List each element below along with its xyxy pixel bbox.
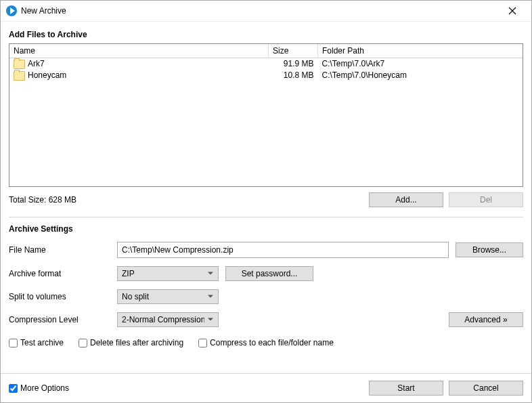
- file-name: Honeycam: [28, 70, 66, 80]
- compress-each-checkbox[interactable]: Compress to each file/folder name: [198, 338, 334, 347]
- file-size: 91.9 MB: [269, 58, 318, 70]
- test-archive-checkbox[interactable]: Test archive: [9, 338, 64, 347]
- compression-select[interactable]: 2-Normal Compression: [117, 312, 219, 327]
- delete-after-label: Delete files after archiving: [90, 338, 183, 347]
- compress-each-label: Compress to each file/folder name: [210, 338, 334, 347]
- advanced-button[interactable]: Advanced »: [449, 312, 523, 327]
- compression-label: Compression Level: [9, 315, 117, 324]
- format-select[interactable]: ZIP: [117, 266, 219, 281]
- col-name[interactable]: Name: [9, 44, 269, 58]
- add-files-heading: Add Files to Archive: [9, 30, 523, 39]
- format-label: Archive format: [9, 269, 117, 278]
- del-button[interactable]: Del: [449, 192, 523, 207]
- total-size-label: Total Size: 628 MB: [9, 195, 363, 205]
- start-button[interactable]: Start: [369, 381, 443, 396]
- file-size: 10.8 MB: [269, 70, 318, 81]
- titlebar: New Archive: [1, 1, 531, 22]
- file-name: Ark7: [28, 59, 45, 68]
- file-path: C:\Temp\7.0\Honeycam: [318, 70, 523, 81]
- split-select[interactable]: No split: [117, 289, 219, 304]
- folder-icon: [14, 71, 25, 81]
- table-row[interactable]: Ark7 91.9 MB C:\Temp\7.0\Ark7: [9, 58, 523, 70]
- col-size[interactable]: Size: [269, 44, 318, 58]
- compress-each-input[interactable]: [198, 339, 207, 347]
- split-label: Split to volumes: [9, 292, 117, 301]
- more-options-label: More Options: [20, 383, 69, 393]
- window-title: New Archive: [21, 6, 66, 16]
- close-icon: [508, 7, 516, 15]
- separator: [9, 217, 523, 217]
- table-row[interactable]: Honeycam 10.8 MB C:\Temp\7.0\Honeycam: [9, 70, 523, 81]
- app-icon: [6, 5, 17, 16]
- filename-label: File Name: [9, 245, 117, 255]
- filename-input[interactable]: [117, 242, 449, 258]
- add-button[interactable]: Add...: [369, 192, 443, 207]
- more-options-input[interactable]: [9, 384, 18, 393]
- test-archive-input[interactable]: [9, 339, 18, 347]
- file-list[interactable]: Name Size Folder Path Ark7 91.9 MB C:\Te…: [9, 43, 523, 187]
- archive-settings-heading: Archive Settings: [9, 224, 523, 234]
- col-path[interactable]: Folder Path: [318, 44, 523, 58]
- delete-after-checkbox[interactable]: Delete files after archiving: [79, 338, 183, 347]
- folder-icon: [14, 60, 25, 69]
- file-path: C:\Temp\7.0\Ark7: [318, 58, 523, 70]
- close-button[interactable]: [499, 1, 526, 21]
- browse-button[interactable]: Browse...: [456, 242, 523, 257]
- cancel-button[interactable]: Cancel: [449, 381, 523, 396]
- more-options-checkbox[interactable]: More Options: [9, 383, 69, 393]
- delete-after-input[interactable]: [79, 339, 87, 347]
- set-password-button[interactable]: Set password...: [225, 266, 313, 281]
- test-archive-label: Test archive: [20, 338, 64, 347]
